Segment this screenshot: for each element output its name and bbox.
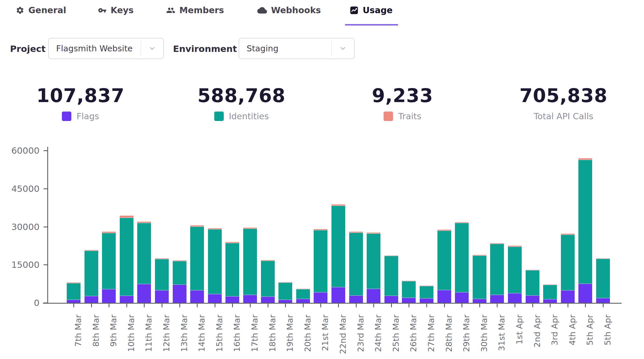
x-axis-tick-label: 25th Mar	[392, 315, 400, 359]
identities-segment	[208, 229, 222, 294]
bar-3rd-apr[interactable]	[543, 284, 557, 303]
identities-segment	[543, 285, 557, 299]
flags-segment	[526, 296, 539, 303]
identities-segment	[384, 256, 398, 296]
x-axis-tick-label: 31st Mar	[497, 315, 506, 359]
x-axis-tick	[426, 304, 427, 307]
bar-10th-mar[interactable]	[120, 216, 133, 303]
x-axis-tick	[409, 304, 409, 307]
bar-28th-mar[interactable]	[437, 230, 451, 303]
x-axis-tick	[73, 304, 74, 307]
x-axis-tick-label: 16th Mar	[233, 315, 241, 359]
x-axis-tick-label: 1st Apr	[515, 315, 524, 359]
bar-2nd-apr[interactable]	[526, 270, 539, 303]
x-axis-tick-label: 13th Mar	[180, 315, 189, 359]
x-axis-tick	[585, 304, 586, 307]
x-axis-tick	[285, 304, 286, 307]
x-axis-tick	[144, 304, 145, 307]
y-axis-tick	[44, 150, 48, 151]
flags-segment	[402, 298, 416, 303]
bar-1st-apr[interactable]	[508, 246, 522, 303]
y-axis-tick-label: 60000	[5, 145, 40, 156]
x-axis-tick-label: 27th Mar	[427, 315, 435, 359]
bar-4th-apr[interactable]	[561, 234, 575, 303]
flags-segment	[137, 284, 151, 303]
bar-24th-mar[interactable]	[367, 233, 380, 303]
x-axis-tick	[568, 304, 568, 307]
flags-segment	[437, 290, 451, 303]
flags-segment	[331, 287, 345, 303]
x-axis-tick	[109, 304, 109, 307]
identities-segment	[173, 261, 186, 285]
bar-30th-mar[interactable]	[473, 255, 486, 303]
bar-13th-mar[interactable]	[173, 260, 186, 303]
x-axis-tick-label: 26th Mar	[409, 315, 418, 359]
identities-segment	[420, 286, 433, 298]
y-axis-tick-label: 30000	[5, 222, 40, 232]
identities-segment	[455, 223, 469, 292]
bar-22nd-mar[interactable]	[331, 204, 345, 303]
x-axis-tick	[197, 304, 198, 307]
bar-14th-mar[interactable]	[190, 225, 204, 303]
bar-18th-mar[interactable]	[261, 260, 275, 303]
x-axis-tick-label: 10th Mar	[127, 315, 136, 359]
flags-segment	[102, 289, 116, 303]
identities-segment	[367, 234, 380, 289]
x-axis-tick	[303, 304, 304, 307]
identities-segment	[155, 259, 169, 290]
x-axis-tick	[444, 304, 445, 307]
bar-26th-mar[interactable]	[402, 281, 416, 303]
identities-segment	[526, 270, 539, 296]
bar-23rd-mar[interactable]	[349, 232, 363, 303]
identities-segment	[437, 231, 451, 290]
bar-25th-mar[interactable]	[384, 255, 398, 303]
x-axis-tick	[126, 304, 127, 307]
flags-segment	[243, 295, 257, 303]
y-axis-tick	[44, 264, 48, 265]
bar-7th-mar[interactable]	[67, 282, 80, 303]
bar-12th-mar[interactable]	[155, 258, 169, 303]
x-axis-tick	[250, 304, 251, 307]
x-axis-tick	[550, 304, 551, 307]
flags-segment	[367, 289, 380, 303]
x-axis-tick-label: 21st Mar	[321, 315, 329, 359]
x-axis-tick-label: 24th Mar	[374, 315, 382, 359]
x-axis-tick	[391, 304, 392, 307]
flags-segment	[278, 300, 292, 303]
flags-segment	[296, 299, 310, 303]
flags-segment	[384, 296, 398, 303]
x-axis-tick	[91, 304, 92, 307]
bar-5th-apr[interactable]	[578, 158, 592, 303]
x-axis-tick-label: 7th Mar	[74, 315, 83, 359]
x-axis-tick-label: 23rd Mar	[356, 315, 365, 359]
identities-segment	[120, 218, 133, 296]
bar-8th-mar[interactable]	[85, 250, 98, 303]
flags-segment	[85, 296, 98, 303]
bar-11th-mar[interactable]	[137, 222, 151, 303]
bar-20th-mar[interactable]	[296, 289, 310, 303]
bar-9th-mar[interactable]	[102, 232, 116, 303]
x-axis-tick-label: 29th Mar	[462, 315, 471, 359]
flags-segment	[120, 296, 133, 303]
y-axis-tick	[44, 188, 48, 189]
bar-27th-mar[interactable]	[420, 286, 433, 303]
identities-segment	[508, 247, 522, 294]
flags-segment	[473, 299, 486, 303]
x-axis-tick	[179, 304, 180, 307]
x-axis-tick	[532, 304, 533, 307]
bar-31st-mar[interactable]	[490, 243, 504, 303]
bar-16th-mar[interactable]	[225, 242, 239, 303]
x-axis-tick	[373, 304, 374, 307]
bar-29th-mar[interactable]	[455, 222, 469, 303]
x-axis-tick-label: 28th Mar	[445, 315, 453, 359]
flags-segment	[173, 285, 186, 303]
bar-15th-mar[interactable]	[208, 228, 222, 303]
bar-5th-apr[interactable]	[596, 258, 610, 303]
bar-17th-mar[interactable]	[243, 228, 257, 303]
x-axis-tick	[338, 304, 339, 307]
x-axis-tick-label: 9th Mar	[109, 315, 118, 359]
bar-19th-mar[interactable]	[278, 282, 292, 303]
x-axis-tick-label: 4th Apr	[568, 315, 577, 359]
bar-21st-mar[interactable]	[314, 229, 327, 303]
flags-segment	[561, 290, 575, 303]
